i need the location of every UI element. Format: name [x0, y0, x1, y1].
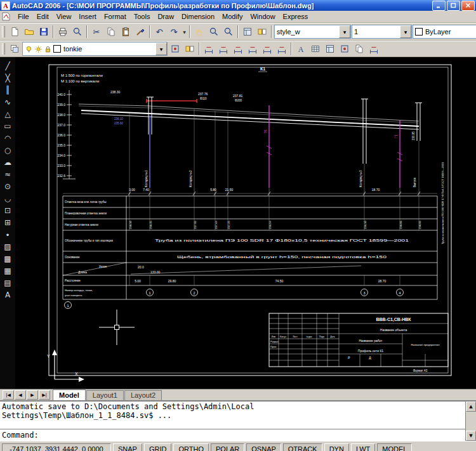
combo-arrow-icon[interactable]: ▼ [155, 42, 167, 55]
draw-tool-icon[interactable]: ▤ [1, 277, 15, 289]
plot-preview-button[interactable] [70, 25, 84, 39]
osnap-toggle[interactable]: OSNAP [246, 443, 281, 451]
draw-tool-icon[interactable]: ≈ [1, 168, 15, 180]
draw-tool-icon[interactable]: ▨ [1, 240, 15, 252]
designcenter-button[interactable] [255, 25, 269, 39]
properties-palette-button[interactable] [323, 42, 337, 56]
undo-button[interactable]: ↶ [152, 25, 166, 39]
paste-button[interactable] [119, 25, 133, 39]
menu-item[interactable]: Tools [130, 11, 154, 22]
draw-tool-icon[interactable]: ∙ [1, 228, 15, 240]
draw-tool-icon[interactable]: ○ [1, 144, 15, 156]
tab-layout2[interactable]: Layout2 [124, 390, 162, 400]
match-properties-button[interactable] [133, 25, 147, 39]
linear-dimension-button[interactable] [202, 42, 216, 56]
draw-tool-icon[interactable]: ◡ [1, 192, 15, 204]
layer-freeze-sun-icon[interactable] [34, 45, 43, 53]
pan-button[interactable] [192, 25, 206, 39]
angular-dimension-button[interactable] [246, 42, 260, 56]
drawing-file-icon[interactable] [1, 12, 11, 21]
drawing-canvas[interactable]: К1 М 1:500 по горизонтали М 1:100 по вер… [15, 57, 476, 389]
combo-arrow-icon[interactable]: ▼ [400, 25, 411, 38]
grid-toggle[interactable]: GRID [144, 443, 172, 451]
restore-button[interactable] [447, 1, 460, 11]
cut-button[interactable]: ✂ [89, 25, 103, 39]
command-prompt[interactable]: Command: [0, 429, 476, 441]
draw-tool-icon[interactable]: A [1, 289, 15, 301]
aligned-dimension-button[interactable] [216, 42, 230, 56]
zoom-realtime-button[interactable] [207, 25, 221, 39]
menu-item[interactable]: Window [246, 11, 279, 22]
combo-arrow-icon[interactable]: ▼ [339, 25, 350, 38]
menu-item[interactable]: Edit [33, 11, 53, 22]
quick-dimension-button[interactable] [260, 42, 274, 56]
otrack-toggle[interactable]: OTRACK [283, 443, 322, 451]
multiline-text-button[interactable] [294, 42, 308, 56]
save-button[interactable] [37, 25, 51, 39]
menu-item[interactable]: Format [100, 11, 130, 22]
close-button[interactable] [461, 1, 475, 11]
properties-button[interactable] [241, 25, 255, 39]
command-window[interactable]: Automatic save to D:\Documents and Setti… [0, 400, 476, 441]
scroll-down-icon[interactable]: ▼ [466, 431, 476, 441]
draw-tool-icon[interactable]: △ [1, 108, 15, 120]
tab-layout1[interactable]: Layout1 [86, 390, 124, 400]
layer-properties-button[interactable] [8, 42, 22, 56]
insert-table-button[interactable] [308, 42, 322, 56]
zoom-previous-button[interactable] [221, 25, 235, 39]
new-button[interactable] [8, 25, 22, 39]
previous-tab-button[interactable]: ◀ [15, 390, 26, 400]
toolbar-grip[interactable] [2, 43, 5, 55]
draw-tool-icon[interactable]: ∿ [1, 96, 15, 108]
polar-toggle[interactable]: POLAR [211, 443, 244, 451]
menu-item[interactable]: File [14, 11, 33, 22]
layer-lock-icon[interactable] [44, 45, 52, 53]
ordinate-dimension-button[interactable] [275, 42, 289, 56]
dim-style-combo[interactable]: 1 ▼ [352, 25, 412, 39]
menu-item[interactable]: Express [279, 11, 312, 22]
open-button[interactable] [22, 25, 36, 39]
draw-tool-icon[interactable]: ⊡ [1, 204, 15, 216]
layer-on-bulb-icon[interactable] [25, 45, 33, 53]
draw-tool-icon[interactable]: ▩ [1, 252, 15, 265]
first-tab-button[interactable]: |◀ [3, 390, 14, 400]
text-style-combo[interactable]: style_w ▼ [274, 25, 351, 39]
last-tab-button[interactable]: ▶| [39, 390, 50, 400]
make-object-layer-current-button[interactable] [168, 42, 182, 56]
redo-dropdown-icon[interactable]: ▼ [182, 25, 187, 38]
pages-button[interactable] [352, 42, 366, 56]
menu-item[interactable]: Dimension [178, 11, 218, 22]
menu-item[interactable]: Modify [218, 11, 246, 22]
scroll-up-icon[interactable]: ▲ [466, 402, 476, 412]
draw-tool-icon[interactable]: ╳ [1, 72, 15, 84]
draw-tool-icon[interactable]: ⊙ [1, 180, 15, 192]
model-toggle[interactable]: MODEL [377, 443, 412, 451]
toolbar-grip[interactable] [2, 26, 5, 37]
dimension-style-button[interactable] [367, 42, 381, 56]
draw-tool-icon[interactable]: ▭ [1, 120, 15, 132]
radius-dimension-button[interactable] [231, 42, 245, 56]
next-tab-button[interactable]: ▶ [27, 390, 38, 400]
color-combo[interactable]: ByLayer ▼ [413, 25, 476, 39]
draw-tool-icon[interactable]: ☁ [1, 156, 15, 168]
command-scrollbar[interactable]: ▲ ▼ [465, 402, 476, 441]
copy-button[interactable] [104, 25, 118, 39]
menu-item[interactable]: Draw [154, 11, 178, 22]
redo-button[interactable]: ↷ [167, 25, 181, 39]
draw-tool-icon[interactable]: ⊞ [1, 216, 15, 228]
menu-item[interactable]: Insert [75, 11, 100, 22]
ortho-toggle[interactable]: ORTHO [173, 443, 209, 451]
minimize-button[interactable] [432, 1, 446, 11]
tab-model[interactable]: Model [53, 389, 86, 400]
draw-tool-icon[interactable]: ▦ [1, 265, 15, 277]
dyn-toggle[interactable]: DYN [324, 443, 349, 451]
layer-previous-button[interactable] [183, 42, 197, 56]
draw-tool-icon[interactable]: ◠ [1, 132, 15, 144]
draw-tool-icon[interactable]: ║ [1, 84, 15, 96]
plot-button[interactable] [56, 25, 70, 39]
draw-tool-icon[interactable]: ╱ [1, 60, 15, 72]
lwt-toggle[interactable]: LWT [351, 443, 375, 451]
block-button[interactable] [338, 42, 352, 56]
snap-toggle[interactable]: SNAP [113, 443, 142, 451]
menu-item[interactable]: View [53, 11, 76, 22]
